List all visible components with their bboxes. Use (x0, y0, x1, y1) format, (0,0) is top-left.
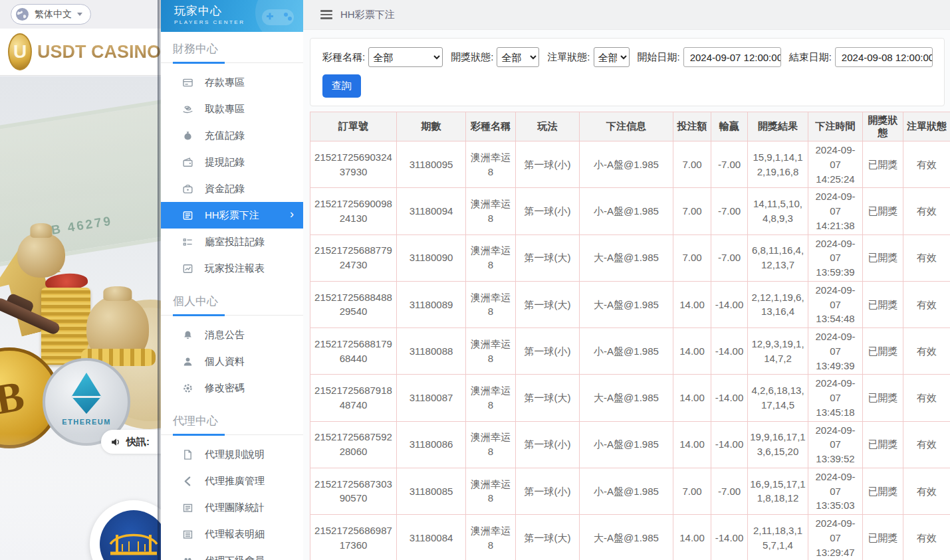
brand-coin-logo: U (8, 33, 32, 70)
brand-band: U USDT CASINO (0, 29, 161, 76)
table-cell: 31180090 (397, 234, 466, 281)
table-cell: 已開獎 (863, 281, 903, 327)
ethereum-diamond-icon (68, 373, 105, 414)
table-row: 215217256900982413031180094澳洲幸运8第一球(小)小-… (310, 188, 950, 234)
table-cell: 澳洲幸运8 (466, 375, 516, 421)
col-period: 期數 (397, 112, 466, 141)
table-cell: -7.00 (711, 468, 748, 514)
table-cell: 有效 (903, 468, 950, 514)
table-cell: 有效 (903, 281, 950, 327)
table-cell: 第一球(小) (516, 421, 580, 468)
search-button[interactable]: 查詢 (322, 74, 361, 98)
sidebar-item-hall-bet-record[interactable]: 廳室投註記錄 (161, 229, 303, 255)
bridge-icon (108, 524, 160, 560)
table-cell: -14.00 (711, 328, 748, 375)
table-cell: 14.00 (673, 515, 711, 560)
table-row: 215217256884882954031180089澳洲幸运8第一球(大)大-… (310, 281, 950, 327)
col-play: 玩法 (516, 112, 580, 141)
table-row: 215217256869871736031180084澳洲幸运8第一球(大)大-… (310, 515, 950, 560)
sidebar-item-agent-promotion[interactable]: 代理推廣管理 (161, 468, 303, 494)
withdraw-hand-icon (182, 104, 193, 115)
sidebar-section-personal: 個人中心 (161, 294, 303, 316)
sidebar-item-profile[interactable]: 個人資料 (161, 348, 303, 375)
table-cell: 第一球(大) (516, 375, 580, 421)
table-cell: 16,9,15,17,11,8,18,12 (748, 468, 808, 514)
col-order-status: 注單狀態 (903, 112, 950, 141)
sidebar-item-recharge-record[interactable]: 充值記錄 (161, 122, 303, 149)
order-status-label: 注單狀態: (547, 51, 590, 64)
sidebar-item-player-report[interactable]: 玩家投注報表 (161, 255, 303, 282)
table-cell: 第一球(小) (516, 188, 580, 234)
casino-banner-art: KB 46279 B ETHEREUM (0, 76, 161, 560)
order-status-select[interactable]: 全部 (594, 47, 630, 67)
table-cell: 已開獎 (863, 421, 903, 468)
recharge-bag-icon (182, 130, 193, 141)
funds-record-icon (182, 183, 193, 195)
members-icon (182, 555, 193, 560)
page: 繁体中文 U USDT CASINO KB 46279 B ETHEREUM (0, 0, 950, 560)
filter-panel: 彩種名稱: 全部 開獎狀態: 全部 注單狀態: 全部 開始日期: 結束日期: 查… (310, 38, 945, 106)
table-cell: 已開獎 (863, 468, 903, 514)
table-cell: 2024-09-07 14:25:24 (808, 141, 863, 188)
table-cell: 已開獎 (863, 234, 903, 281)
sidebar-item-agent-report-detail[interactable]: 代理報表明細 (161, 521, 303, 547)
ethereum-label: ETHEREUM (62, 418, 111, 426)
table-cell: 2152172568817968440 (310, 328, 397, 375)
table-cell: 2152172568698717360 (310, 515, 397, 560)
deposit-card-icon (182, 77, 193, 88)
table-cell: 2,12,1,19,6,13,16,4 (748, 281, 808, 327)
table-cell: 4,2,6,18,13,17,14,5 (748, 375, 808, 421)
table-cell: -14.00 (711, 375, 748, 421)
sidebar-item-withdrawal-record[interactable]: 提現記錄 (161, 149, 303, 175)
sidebar-item-agent-rules[interactable]: 代理規則說明 (161, 441, 303, 468)
table-cell: 澳洲幸运8 (466, 421, 516, 468)
language-selector[interactable]: 繁体中文 (11, 4, 91, 25)
table-cell: 澳洲幸运8 (466, 468, 516, 514)
table-cell: 7.00 (673, 234, 711, 281)
table-cell: 7.00 (673, 468, 711, 514)
sidebar-item-funds-record[interactable]: 資金記錄 (161, 175, 303, 202)
lottery-type-select[interactable]: 全部 (368, 47, 443, 67)
sidebar-item-deposit[interactable]: 存款專區 (161, 69, 303, 96)
sidebar-item-agent-team-stats[interactable]: 代理團隊統計 (161, 494, 303, 521)
sidebar-item-withdraw[interactable]: 取款專區 (161, 96, 303, 122)
table-cell: 14.00 (673, 375, 711, 421)
table-cell: 小-A盤@1.985 (580, 328, 673, 375)
table-cell: 大-A盤@1.985 (580, 515, 673, 560)
money-bag-art (17, 233, 65, 278)
language-bar: 繁体中文 (0, 0, 161, 29)
table-body: 215217256903243793031180095澳洲幸运8第一球(小)小-… (310, 141, 950, 560)
document-icon (182, 449, 193, 460)
col-bet-amount: 投注額 (673, 112, 711, 141)
start-date-input[interactable] (683, 47, 781, 67)
sidebar-item-agent-members[interactable]: 代理下級會員 (161, 547, 303, 560)
table-cell: 有效 (903, 421, 950, 468)
top-bar: HH彩票下注 (303, 0, 950, 30)
language-label: 繁体中文 (35, 9, 72, 21)
table-cell: 澳洲幸运8 (466, 188, 516, 234)
table-cell: 大-A盤@1.985 (580, 234, 673, 281)
table-cell: 已開獎 (863, 188, 903, 234)
table-cell: 第一球(大) (516, 234, 580, 281)
table-cell: -7.00 (711, 141, 748, 188)
sidebar: 玩家中心 PLAYERS CENTER 財務中心 存款專區 取款專區 充值記錄 (161, 0, 303, 560)
table-cell: 7.00 (673, 141, 711, 188)
table-cell: 31180094 (397, 188, 466, 234)
table-cell: 有效 (903, 328, 950, 375)
table-cell: 已開獎 (863, 141, 903, 188)
table-row: 215217256887792473031180090澳洲幸运8第一球(大)大-… (310, 234, 950, 281)
sidebar-item-lottery-bets[interactable]: HH彩票下注 › (161, 202, 303, 229)
table-cell: 小-A盤@1.985 (580, 468, 673, 514)
end-date-input[interactable] (835, 47, 933, 67)
left-background: 繁体中文 U USDT CASINO KB 46279 B ETHEREUM (0, 0, 161, 560)
table-cell: -7.00 (711, 188, 748, 234)
menu-toggle-icon[interactable] (320, 10, 332, 19)
share-icon (182, 476, 193, 487)
table-cell: 31180084 (397, 515, 466, 560)
col-bet-info: 下注信息 (580, 112, 673, 141)
draw-status-select[interactable]: 全部 (497, 47, 539, 67)
table-cell: 已開獎 (863, 375, 903, 421)
sidebar-item-announcements[interactable]: 消息公告 (161, 322, 303, 348)
gear-icon (182, 383, 193, 394)
sidebar-item-change-password[interactable]: 修改密碼 (161, 375, 303, 401)
